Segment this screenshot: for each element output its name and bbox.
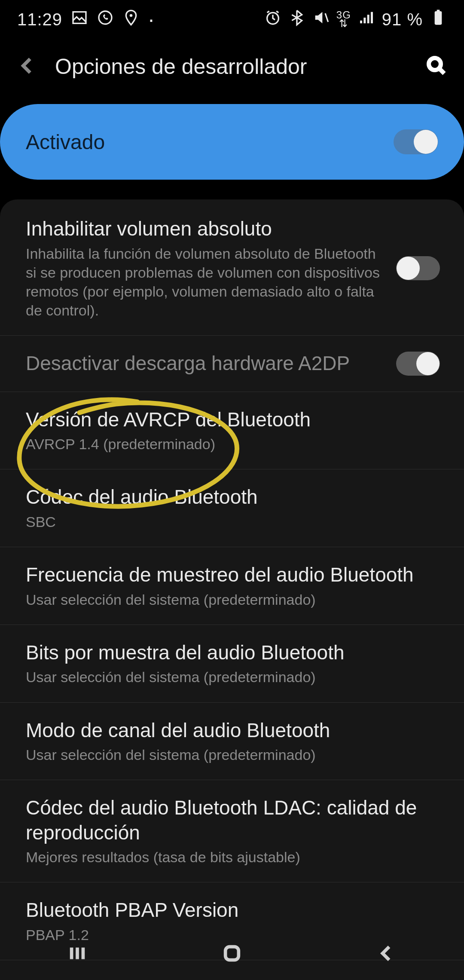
row-title: Códec del audio Bluetooth <box>26 485 440 510</box>
app-bar: Opciones de desarrollador <box>0 39 464 95</box>
row-sample-rate[interactable]: Frecuencia de muestreo del audio Bluetoo… <box>0 547 464 625</box>
battery-icon <box>430 9 447 30</box>
row-bluetooth-audio-codec[interactable]: Códec del audio Bluetooth SBC <box>0 469 464 547</box>
svg-rect-4 <box>437 9 440 12</box>
signal-icon <box>358 9 375 30</box>
svg-point-5 <box>429 58 441 70</box>
svg-rect-6 <box>226 947 239 960</box>
row-subtitle: Usar selección del sistema (predetermina… <box>26 590 440 609</box>
master-toggle-switch[interactable] <box>394 129 438 154</box>
picture-icon <box>71 9 88 30</box>
master-toggle-label: Activado <box>26 130 394 154</box>
toggle-disable-a2dp-offload[interactable] <box>396 352 440 376</box>
svg-point-1 <box>130 14 133 17</box>
row-disable-absolute-volume[interactable]: Inhabilitar volumen absoluto Inhabilita … <box>0 201 464 336</box>
row-ldac-quality[interactable]: Códec del audio Bluetooth LDAC: calidad … <box>0 780 464 882</box>
status-time: 11:29 <box>17 10 62 29</box>
row-title: Modo de canal del audio Bluetooth <box>26 718 440 743</box>
navigation-bar <box>0 928 464 980</box>
row-title: Versión de AVRCP del Bluetooth <box>26 407 440 432</box>
row-subtitle: Usar selección del sistema (predetermina… <box>26 745 440 764</box>
page-title: Opciones de desarrollador <box>55 54 409 79</box>
status-bar: 11:29 · 3G⇅ 91 % <box>0 0 464 39</box>
settings-panel: Inhabilitar volumen absoluto Inhabilita … <box>0 199 464 980</box>
row-subtitle: Inhabilita la función de volumen absolut… <box>26 244 383 320</box>
toggle-disable-absolute-volume[interactable] <box>396 256 440 280</box>
maps-icon <box>122 9 140 30</box>
back-nav-button[interactable] <box>377 943 397 965</box>
row-channel-mode[interactable]: Modo de canal del audio Bluetooth Usar s… <box>0 703 464 781</box>
row-subtitle: AVRCP 1.4 (predeterminado) <box>26 435 440 453</box>
row-title: Desactivar descarga hardware A2DP <box>26 351 383 376</box>
row-title: Inhabilitar volumen absoluto <box>26 217 383 242</box>
alarm-icon <box>264 9 281 30</box>
row-subtitle: Usar selección del sistema (predetermina… <box>26 668 440 686</box>
row-title: Bits por muestra del audio Bluetooth <box>26 640 440 665</box>
battery-text: 91 % <box>382 10 423 29</box>
master-toggle-card[interactable]: Activado <box>0 104 464 180</box>
network-type-icon: 3G⇅ <box>336 11 351 28</box>
row-avrcp-version[interactable]: Versión de AVRCP del Bluetooth AVRCP 1.4… <box>0 392 464 470</box>
row-disable-a2dp-offload[interactable]: Desactivar descarga hardware A2DP <box>0 336 464 392</box>
search-button[interactable] <box>426 55 447 78</box>
svg-rect-3 <box>435 11 442 25</box>
row-subtitle: SBC <box>26 512 440 531</box>
bluetooth-icon <box>288 9 305 30</box>
row-subtitle: Mejores resultados (tasa de bits ajustab… <box>26 848 440 867</box>
row-bits-per-sample[interactable]: Bits por muestra del audio Bluetooth Usa… <box>0 625 464 703</box>
row-title: Códec del audio Bluetooth LDAC: calidad … <box>26 796 440 845</box>
back-button[interactable] <box>17 55 38 78</box>
mute-icon <box>312 9 330 30</box>
row-title: Frecuencia de muestreo del audio Bluetoo… <box>26 563 440 588</box>
home-button[interactable] <box>222 943 242 965</box>
recents-button[interactable] <box>67 943 87 965</box>
row-title: Bluetooth PBAP Version <box>26 898 440 923</box>
whatsapp-icon <box>97 9 114 30</box>
